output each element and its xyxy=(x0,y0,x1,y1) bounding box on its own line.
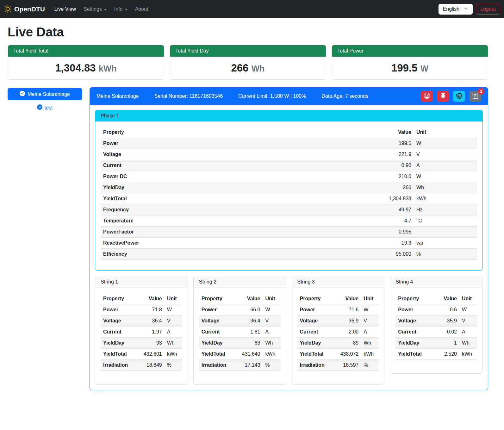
card-unit: W xyxy=(420,64,428,73)
inverter-data-age: Data Age: 7 seconds xyxy=(321,93,368,99)
device-info-button[interactable] xyxy=(453,91,465,102)
column-header: Property xyxy=(101,127,288,138)
total-yield-total-card: Total Yield Total 1,304.83 kWh xyxy=(8,45,164,80)
property-cell: YieldTotal xyxy=(199,349,235,360)
page-container: Live Data Total Yield Total 1,304.83 kWh… xyxy=(0,18,504,400)
property-cell: Irradiation xyxy=(101,360,136,371)
column-header: Property xyxy=(101,293,136,304)
value-cell: 432.601 xyxy=(136,349,165,360)
card-value: 199.5 xyxy=(391,62,418,74)
property-cell: Current xyxy=(395,327,434,338)
card-value-row: 1,304.83 kWh xyxy=(8,57,164,79)
unit-cell: A xyxy=(263,327,281,338)
value-cell: 1.81 xyxy=(235,327,263,338)
card-title: Total Yield Day xyxy=(170,45,326,57)
value-cell: 93 xyxy=(136,338,165,349)
table-header-row: PropertyValueUnit xyxy=(101,127,477,138)
sidebar-item-test[interactable]: test xyxy=(37,104,53,111)
nav-links: Live View Settings Info About xyxy=(51,4,152,15)
inverter-limit: Current Limit: 1,500 W | 100% xyxy=(238,93,306,99)
table-row: YieldTotal438.072kWh xyxy=(297,349,379,360)
value-cell: 49.97 xyxy=(288,204,414,215)
power-settings-button[interactable] xyxy=(437,91,449,102)
nav-item-info[interactable]: Info xyxy=(111,4,131,15)
value-cell: 17.143 xyxy=(235,360,263,371)
table-row: YieldDay93Wh xyxy=(101,338,182,349)
logout-button[interactable]: Logout xyxy=(476,4,500,15)
property-cell: YieldDay xyxy=(199,338,235,349)
card-value: 1,304.83 xyxy=(55,62,96,74)
string-card-body: PropertyValueUnitPower71.6WVoltage35.9VC… xyxy=(292,288,384,384)
property-cell: Efficiency xyxy=(101,249,288,260)
table-row: YieldTotal2.520kWh xyxy=(395,349,477,360)
inverter-actions: 2 xyxy=(421,91,481,102)
column-header: Value xyxy=(434,293,459,304)
unit-cell: Wh xyxy=(361,338,379,349)
sidebar-item-meine-solaranlage[interactable]: Meine Solaranlage xyxy=(8,88,82,100)
value-cell: 199.5 xyxy=(288,138,414,149)
table-row: Voltage36.4V xyxy=(199,315,281,327)
nav-item-about[interactable]: About xyxy=(132,4,152,15)
table-row: Power71.8W xyxy=(101,304,182,315)
unit-cell: W xyxy=(414,171,477,182)
nav-item-settings[interactable]: Settings xyxy=(80,4,110,15)
inverter-sidebar: Meine Solaranlage test xyxy=(8,87,82,111)
table-row: Irradiation18.597% xyxy=(297,360,379,371)
phase-data-table: PropertyValueUnitPower199.5WVoltage221.9… xyxy=(101,127,477,260)
event-log-button[interactable]: 2 xyxy=(469,91,481,102)
brand-link[interactable]: OpenDTU xyxy=(4,5,45,13)
check-circle-icon xyxy=(20,91,25,97)
unit-cell: var xyxy=(414,238,477,249)
card-title: Total Yield Total xyxy=(8,45,164,57)
property-cell: YieldTotal xyxy=(101,193,288,204)
value-cell: 1 xyxy=(434,338,459,349)
column-header: Value xyxy=(288,127,414,138)
caret-down-icon xyxy=(125,9,128,10)
unit-cell: Wh xyxy=(165,338,182,349)
unit-cell xyxy=(414,227,477,238)
column-header: Unit xyxy=(459,293,477,304)
value-cell: 431.640 xyxy=(235,349,263,360)
property-cell: Power xyxy=(101,304,136,315)
property-cell: Voltage xyxy=(395,315,434,327)
unit-cell: V xyxy=(263,315,281,327)
value-cell: 36.4 xyxy=(136,315,165,327)
card-value: 266 xyxy=(231,62,248,74)
property-cell: Current xyxy=(101,160,288,171)
nav-item-label: About xyxy=(135,6,148,12)
phase-1-card: Phase 1 PropertyValueUnitPower199.5WVolt… xyxy=(95,110,483,271)
property-cell: Power xyxy=(395,304,434,315)
table-row: YieldTotal431.640kWh xyxy=(199,349,281,360)
column-header: Value xyxy=(333,293,361,304)
column-header: Value xyxy=(136,293,165,304)
unit-cell: V xyxy=(414,149,477,160)
sun-icon xyxy=(4,5,12,13)
string-card-body: PropertyValueUnitPower66.0WVoltage36.4VC… xyxy=(194,288,286,384)
sidebar-item-label: Meine Solaranlage xyxy=(28,91,70,97)
table-row: Voltage36.4V xyxy=(101,315,182,327)
table-row: Power66.0W xyxy=(199,304,281,315)
string-card-body: PropertyValueUnitPower0.6WVoltage35.9VCu… xyxy=(390,288,482,373)
limit-settings-button[interactable] xyxy=(421,91,433,102)
top-navbar: OpenDTU Live View Settings Info About En… xyxy=(0,0,504,18)
language-select[interactable]: English xyxy=(439,4,473,15)
page-title: Live Data xyxy=(8,25,488,39)
value-cell: 438.072 xyxy=(333,349,361,360)
column-header: Value xyxy=(235,293,263,304)
nav-item-live-view[interactable]: Live View xyxy=(51,4,79,15)
property-cell: Temperature xyxy=(101,215,288,227)
unit-cell: V xyxy=(459,315,477,327)
value-cell: 2.00 xyxy=(333,327,361,338)
value-cell: 18.649 xyxy=(136,360,165,371)
unit-cell: Wh xyxy=(263,338,281,349)
column-header: Unit xyxy=(414,127,477,138)
value-cell: 66.0 xyxy=(235,304,263,315)
string-card-title: String 1 xyxy=(95,276,188,288)
cpu-icon xyxy=(456,93,462,100)
journal-text-icon xyxy=(472,93,478,100)
unit-cell: kWh xyxy=(459,349,477,360)
value-cell: 0.995 xyxy=(288,227,414,238)
table-row: Power71.6W xyxy=(297,304,379,315)
value-cell: 1.97 xyxy=(136,327,165,338)
total-yield-day-card: Total Yield Day 266 Wh xyxy=(170,45,326,80)
